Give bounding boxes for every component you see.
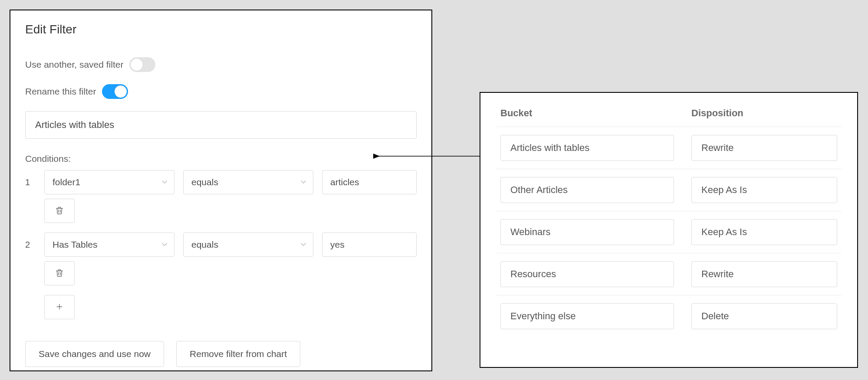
bucket-cell[interactable]: Resources [500, 261, 674, 287]
header-disposition: Disposition [691, 108, 837, 119]
panel-title: Edit Filter [25, 23, 417, 36]
condition-field-value: folder1 [53, 177, 80, 187]
condition-index: 2 [25, 240, 36, 250]
bucket-cell[interactable]: Everything else [500, 303, 674, 329]
condition-row: 1 folder1 equals [25, 170, 417, 194]
condition-operator-value: equals [191, 239, 218, 250]
use-saved-filter-toggle[interactable] [129, 57, 155, 72]
condition-operator-select[interactable]: equals [183, 170, 313, 194]
chevron-down-icon [161, 177, 168, 187]
edit-filter-panel: Edit Filter Use another, saved filter Re… [10, 10, 432, 371]
mapping-table-panel: Bucket Disposition Articles with tables … [480, 92, 858, 368]
condition-operator-select[interactable]: equals [183, 233, 313, 257]
condition-row: 2 Has Tables equals [25, 233, 417, 257]
condition-field-select[interactable]: Has Tables [44, 233, 174, 257]
table-row: Resources Rewrite [496, 253, 842, 295]
delete-condition-button[interactable] [44, 199, 75, 223]
condition-index: 1 [25, 177, 36, 187]
condition-value-input[interactable] [322, 170, 417, 194]
rename-filter-label: Rename this filter [25, 86, 96, 97]
condition-field-value: Has Tables [53, 239, 98, 250]
conditions-label: Conditions: [25, 154, 417, 164]
remove-filter-button[interactable]: Remove filter from chart [176, 341, 300, 367]
bucket-cell[interactable]: Webinars [500, 219, 674, 245]
disposition-cell[interactable]: Rewrite [691, 135, 837, 161]
table-row: Articles with tables Rewrite [496, 127, 842, 169]
add-condition-button[interactable] [44, 295, 75, 319]
table-row: Everything else Delete [496, 295, 842, 337]
rename-filter-toggle[interactable] [102, 84, 128, 99]
delete-condition-button[interactable] [44, 261, 75, 285]
chevron-down-icon [300, 239, 307, 250]
disposition-cell[interactable]: Rewrite [691, 261, 837, 287]
save-filter-button[interactable]: Save changes and use now [25, 341, 164, 367]
disposition-cell[interactable]: Keep As Is [691, 219, 837, 245]
condition-operator-value: equals [191, 177, 218, 187]
chevron-down-icon [161, 239, 168, 250]
use-saved-filter-label: Use another, saved filter [25, 59, 123, 70]
trash-icon [55, 268, 64, 279]
table-row: Webinars Keep As Is [496, 211, 842, 253]
use-saved-filter-row: Use another, saved filter [25, 57, 417, 72]
bucket-cell[interactable]: Other Articles [500, 177, 674, 203]
rename-filter-row: Rename this filter [25, 84, 417, 99]
bucket-cell[interactable]: Articles with tables [500, 135, 674, 161]
filter-name-input[interactable] [25, 111, 417, 139]
condition-field-select[interactable]: folder1 [44, 170, 174, 194]
disposition-cell[interactable]: Delete [691, 303, 837, 329]
plus-icon [55, 302, 64, 312]
trash-icon [55, 206, 64, 216]
table-header: Bucket Disposition [496, 105, 842, 127]
condition-value-input[interactable] [322, 233, 417, 257]
disposition-cell[interactable]: Keep As Is [691, 177, 837, 203]
filter-actions: Save changes and use now Remove filter f… [25, 341, 417, 367]
table-row: Other Articles Keep As Is [496, 169, 842, 211]
header-bucket: Bucket [500, 108, 674, 119]
chevron-down-icon [300, 177, 307, 187]
